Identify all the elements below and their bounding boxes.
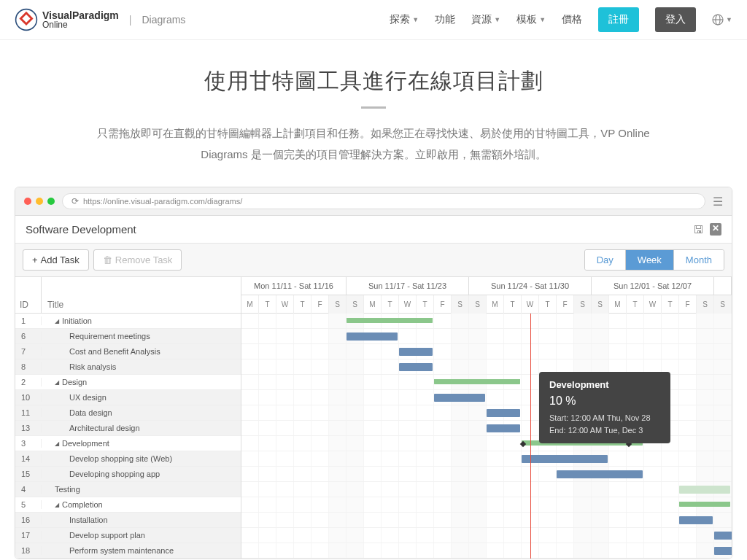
collapse-icon[interactable]: ◢ [55,440,59,447]
task-bar[interactable] [557,470,643,478]
close-dot[interactable] [24,198,31,205]
task-bar[interactable] [347,332,398,341]
summary-bar[interactable] [347,318,433,323]
project-title: Software Development [26,223,136,236]
task-title: Perform system maintenance [42,546,241,555]
summary-bar[interactable] [679,502,730,507]
globe-icon [712,14,724,26]
day-header-cell: M [241,295,259,314]
week-header-cell: Mon 11/11 - Sat 11/16 [241,277,347,295]
task-title: Cost and Benefit Analysis [42,347,241,356]
column-title-header: Title [42,277,241,313]
caret-down-icon: ▼ [412,16,419,23]
task-title: UX design [42,393,241,402]
nav-pricing[interactable]: 價格 [562,13,582,26]
day-header-cell: F [679,295,697,314]
task-row[interactable]: 14Develop shopping site (Web) [15,451,241,467]
summary-bar[interactable] [434,379,520,384]
chart-row [241,467,732,482]
task-bar[interactable] [714,532,732,540]
task-row[interactable]: 3◢Development [15,436,241,451]
tooltip-title: Development [549,379,660,390]
task-title: Installation [42,516,241,524]
maximize-dot[interactable] [47,198,55,205]
close-icon[interactable]: ✕ [710,223,721,236]
task-row[interactable]: 15Developing shopping app [15,467,241,482]
brand-top: VisualParadigm [42,10,119,20]
nav-explore[interactable]: 探索▼ [390,13,419,26]
task-bar[interactable] [399,363,433,371]
logo[interactable]: VisualParadigm Online | Diagrams [15,8,185,31]
day-header-cell: M [364,295,382,314]
task-bar[interactable] [714,547,732,555]
task-bar[interactable] [399,348,433,356]
task-row[interactable]: 1◢Initiation [15,314,241,329]
nav-templates[interactable]: 模板▼ [516,13,546,26]
day-header-cell: M [487,295,504,314]
hero-title: 使用甘特圖工具進行在線項目計劃 [73,66,674,96]
save-icon[interactable]: 🖫 [693,223,704,236]
window-controls [24,198,55,205]
hero-section: 使用甘特圖工具進行在線項目計劃 只需拖放即可在直觀的甘特圖編輯器上計劃項目和任務… [0,40,747,187]
task-bar[interactable] [487,409,520,417]
task-id: 15 [15,470,42,478]
remove-task-button[interactable]: 🗑Remove Task [93,249,182,271]
collapse-icon[interactable]: ◢ [55,502,59,508]
collapse-icon[interactable]: ◢ [55,379,59,386]
refresh-icon[interactable]: ⟳ [71,196,79,206]
task-id: 5 [15,500,42,509]
task-bar[interactable] [434,394,485,402]
task-row[interactable]: 13Architectural design [15,421,241,436]
day-header-cell: T [627,295,644,314]
week-header-cell: Sun 11/24 - Sat 11/30 [469,277,592,295]
nav-features[interactable]: 功能 [435,13,455,26]
task-bar[interactable] [679,516,713,524]
chart-row [241,329,732,344]
nav-resources[interactable]: 資源▼ [471,13,500,26]
task-row[interactable]: 6Requirement meetings [15,329,241,344]
task-id: 16 [15,516,42,524]
task-bar[interactable] [679,486,730,494]
task-row[interactable]: 17Develop support plan [15,528,241,543]
task-row[interactable]: 10UX design [15,390,241,405]
gantt-task-list: ID Title 1◢Initiation6Requirement meetin… [15,277,241,559]
task-row[interactable]: 5◢Completion [15,497,241,513]
column-id-header: ID [15,277,42,313]
task-row[interactable]: 2◢Design [15,375,241,390]
task-row[interactable]: 16Installation [15,513,241,528]
add-task-button[interactable]: +Add Task [23,249,89,271]
task-id: 18 [15,546,42,555]
task-id: 4 [15,485,42,494]
collapse-icon[interactable]: ◢ [55,318,59,324]
login-button[interactable]: 登入 [655,7,696,32]
day-header-cell: T [417,295,434,314]
view-week[interactable]: Week [625,250,673,270]
task-id: 7 [15,347,42,356]
task-bar[interactable] [487,424,520,432]
day-header-cell: S [469,295,487,314]
task-title: Architectural design [42,424,241,432]
url-bar[interactable]: ⟳ https://online.visual-paradigm.com/dia… [62,193,705,209]
view-day[interactable]: Day [585,250,625,270]
task-row[interactable]: 7Cost and Benefit Analysis [15,344,241,359]
day-header-cell: S [714,295,732,314]
hamburger-icon[interactable]: ☰ [713,195,723,209]
view-month[interactable]: Month [673,250,724,270]
register-button[interactable]: 註冊 [598,7,639,32]
task-bar[interactable] [522,455,608,463]
vp-logo-icon [15,8,38,31]
minimize-dot[interactable] [36,198,43,205]
task-row[interactable]: 4Testing [15,482,241,497]
task-id: 8 [15,362,42,371]
task-row[interactable]: 18Perform system maintenance [15,543,241,559]
day-header-cell: T [294,295,311,314]
chart-row [241,451,732,467]
day-header-cell: T [259,295,276,314]
day-header-cell: W [276,295,294,314]
day-header-cell: S [347,295,364,314]
chart-row [241,543,732,559]
task-row[interactable]: 11Data design [15,405,241,421]
gantt-timeline[interactable]: Mon 11/11 - Sat 11/16Sun 11/17 - Sat 11/… [241,277,732,559]
language-switcher[interactable]: ▼ [712,14,732,26]
task-row[interactable]: 8Risk analysis [15,359,241,375]
